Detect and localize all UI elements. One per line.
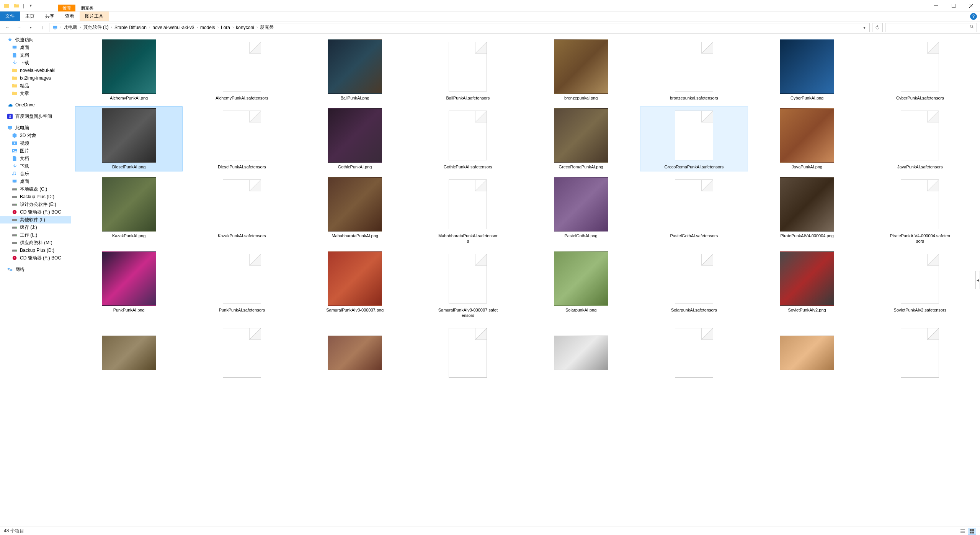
tree-item[interactable]: 文档	[0, 155, 71, 162]
file-item[interactable]: bronzepunkai.png	[527, 38, 635, 103]
ribbon-tab-picture-tools[interactable]: 图片工具	[80, 11, 109, 21]
breadcrumb-item[interactable]: konyconi	[234, 24, 255, 31]
breadcrumb-pc-icon[interactable]	[51, 24, 59, 31]
file-item[interactable]	[753, 324, 861, 383]
preview-pane-toggle[interactable]: ◀	[975, 271, 980, 289]
file-item[interactable]: GothicPunkAI.safetensors	[414, 106, 522, 171]
tree-item[interactable]: CD 驱动器 (F:) BOC	[0, 208, 71, 216]
breadcrumb-separator[interactable]: ›	[111, 25, 112, 29]
back-button[interactable]: ←	[3, 23, 12, 32]
qat-dropdown[interactable]: ▼	[26, 2, 35, 10]
qat-item[interactable]	[12, 2, 21, 10]
tree-item[interactable]: 桌面	[0, 44, 71, 51]
tree-item[interactable]: 供应商资料 (M:)	[0, 239, 71, 246]
breadcrumb-separator[interactable]: ›	[197, 25, 198, 29]
recent-dropdown[interactable]: ▾	[26, 23, 35, 32]
file-item[interactable]: MahabharataPunkAI.safetensors	[414, 175, 522, 246]
tree-item[interactable]: 3D 对象	[0, 132, 71, 139]
file-item[interactable]: JavaPunkAI.safetensors	[866, 106, 974, 171]
file-item[interactable]	[640, 324, 748, 383]
breadcrumb-separator[interactable]: ›	[217, 25, 219, 29]
tree-item[interactable]: 精品	[0, 82, 71, 90]
breadcrumb-separator[interactable]: ›	[256, 25, 258, 29]
tree-item[interactable]: 文章	[0, 90, 71, 97]
file-item[interactable]: CyberPunkAI.png	[753, 38, 861, 103]
file-item[interactable]	[188, 324, 296, 383]
file-item[interactable]	[75, 324, 183, 383]
file-item[interactable]: PunkPunkAI.safetensors	[188, 250, 296, 320]
file-item[interactable]: SovietPunkAIv2.safetensors	[866, 250, 974, 320]
file-item[interactable]: KazakPunkAI.png	[75, 175, 183, 246]
file-item[interactable]: KazakPunkAI.safetensors	[188, 175, 296, 246]
file-item[interactable]: BaliPunkAI.safetensors	[414, 38, 522, 103]
tree-item[interactable]: 视频	[0, 139, 71, 147]
file-item[interactable]: PastelGothAI.safetensors	[640, 175, 748, 246]
refresh-button[interactable]	[872, 23, 883, 32]
file-item[interactable]: DieselPunkAI.safetensors	[188, 106, 296, 171]
thumbnails-view-button[interactable]	[968, 528, 976, 535]
forward-button[interactable]: →	[15, 23, 24, 32]
file-item[interactable]: PunkPunkAI.png	[75, 250, 183, 320]
ribbon-tab-file[interactable]: 文件	[0, 11, 20, 21]
details-view-button[interactable]	[959, 528, 967, 535]
help-icon[interactable]: ?	[970, 13, 977, 20]
file-item[interactable]: SolarpunkAI.png	[527, 250, 635, 320]
tree-item[interactable]: 快速访问	[0, 36, 71, 44]
breadcrumb-separator[interactable]: ›	[149, 25, 150, 29]
file-item[interactable]: GothicPunkAI.png	[301, 106, 409, 171]
breadcrumb-item[interactable]: Lora	[219, 24, 232, 31]
file-list[interactable]: AlchemyPunkAI.pngAlchemyPunkAI.safetenso…	[71, 34, 980, 527]
tree-item[interactable]: Backup Plus (D:)	[0, 246, 71, 254]
maximize-button[interactable]	[945, 0, 962, 11]
file-item[interactable]: SolarpunkAI.safetensors	[640, 250, 748, 320]
close-button[interactable]	[962, 0, 980, 11]
navigation-pane[interactable]: 快速访问桌面文档下载novelai-webui-akitxt2img-image…	[0, 34, 71, 527]
tree-item[interactable]: B百度网盘同步空间	[0, 113, 71, 120]
file-item[interactable]: SovietPunkAIv2.png	[753, 250, 861, 320]
tree-item[interactable]: 此电脑	[0, 124, 71, 132]
search-input[interactable]	[885, 23, 977, 32]
breadcrumb-item[interactable]: Stable Diffusion	[113, 24, 148, 31]
file-item[interactable]: SamuraiPunkAIv3-000007.png	[301, 250, 409, 320]
file-item[interactable]	[414, 324, 522, 383]
breadcrumb-item[interactable]: models	[199, 24, 217, 31]
tree-item[interactable]: 文档	[0, 51, 71, 59]
file-item[interactable]: PastelGothAI.png	[527, 175, 635, 246]
file-item[interactable]: PiratePunkAIV4-000004.safetensors	[866, 175, 974, 246]
file-item[interactable]: MahabharataPunkAI.png	[301, 175, 409, 246]
tree-item[interactable]: 设计办公软件 (E:)	[0, 201, 71, 208]
tree-item[interactable]: 桌面	[0, 178, 71, 185]
file-item[interactable]: BaliPunkAI.png	[301, 38, 409, 103]
tree-item[interactable]: 网络	[0, 266, 71, 273]
file-item[interactable]: GrecoRomaPunkAI.safetensors	[640, 106, 748, 171]
tree-item[interactable]: OneDrive	[0, 101, 71, 109]
breadcrumb-dropdown[interactable]: ▾	[861, 25, 868, 30]
tree-item[interactable]: 其他软件 (I:)	[0, 216, 71, 223]
tree-item[interactable]: 缓存 (J:)	[0, 223, 71, 231]
tree-item[interactable]: Backup Plus (D:)	[0, 193, 71, 201]
file-item[interactable]	[301, 324, 409, 383]
file-item[interactable]: PiratePunkAIV4-000004.png	[753, 175, 861, 246]
file-item[interactable]: CyberPunkAI.safetensors	[866, 38, 974, 103]
tree-item[interactable]: novelai-webui-aki	[0, 67, 71, 74]
minimize-button[interactable]	[927, 0, 945, 11]
tree-item[interactable]: 图片	[0, 147, 71, 155]
file-item[interactable]: GrecoRomaPunkAI.png	[527, 106, 635, 171]
tree-item[interactable]: 工作 (L:)	[0, 231, 71, 239]
breadcrumb-item[interactable]: 朋克类	[258, 23, 275, 31]
tree-item[interactable]: 下载	[0, 59, 71, 67]
breadcrumb-separator[interactable]: ›	[232, 25, 234, 29]
up-button[interactable]: ↑	[38, 23, 47, 32]
breadcrumb[interactable]: ›此电脑›其他软件 (I:)›Stable Diffusion›novelai-…	[49, 23, 870, 32]
tree-item[interactable]: 下载	[0, 162, 71, 170]
ribbon-tab-view[interactable]: 查看	[60, 11, 80, 21]
file-item[interactable]: AlchemyPunkAI.safetensors	[188, 38, 296, 103]
tree-item[interactable]: CD 驱动器 (F:) BOC	[0, 254, 71, 262]
file-item[interactable]	[866, 324, 974, 383]
breadcrumb-item[interactable]: 其他软件 (I:)	[82, 23, 110, 31]
tree-item[interactable]: txt2img-images	[0, 74, 71, 82]
ribbon-tab-share[interactable]: 共享	[40, 11, 60, 21]
tree-item[interactable]: 音乐	[0, 170, 71, 178]
tree-item[interactable]: 本地磁盘 (C:)	[0, 185, 71, 193]
file-item[interactable]	[527, 324, 635, 383]
